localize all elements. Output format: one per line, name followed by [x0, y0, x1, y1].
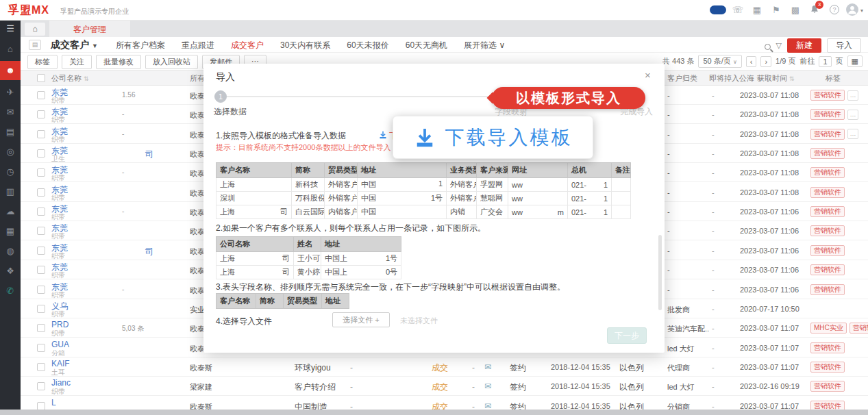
history-icon[interactable]: ◷ [0, 164, 21, 180]
row-checkbox[interactable] [37, 402, 45, 410]
example-col-header: 贸易类型 [284, 294, 322, 309]
expand-filters-button[interactable]: 展开筛选 ∨ [456, 40, 512, 51]
company-link-extra[interactable]: 司 [145, 246, 153, 257]
help-icon[interactable]: ? [830, 5, 839, 14]
company-link[interactable]: Jianc [51, 378, 71, 388]
filter-tab-5[interactable]: 60天未报价 [339, 40, 396, 51]
row-checkbox[interactable] [37, 130, 45, 138]
toolbar-button-4[interactable]: 放入回收站 [145, 55, 198, 69]
column-settings-icon[interactable]: ▦ [847, 55, 863, 67]
compass-icon[interactable]: ◎ [0, 144, 21, 160]
more-button[interactable]: … [847, 110, 858, 120]
example-row: 上海新科技外销客户1中国外销客户孚盟网ww1021- [216, 178, 631, 192]
row-checkbox[interactable] [37, 208, 45, 216]
import-button[interactable]: 导入 [827, 38, 861, 53]
tab-customer-management[interactable]: 客户管理 [49, 21, 130, 37]
close-icon[interactable]: × [645, 69, 651, 81]
home-tab[interactable]: ⌂ [25, 23, 45, 36]
row-checkbox[interactable] [37, 149, 45, 158]
download-template-button[interactable]: 下载导入模板 [393, 116, 593, 159]
ai-badge-icon[interactable] [710, 5, 726, 14]
reports-icon[interactable]: ◍ [0, 243, 21, 260]
next-page-button[interactable]: › [760, 56, 771, 67]
home-icon[interactable]: ⌂ [0, 41, 21, 58]
company-link[interactable]: GUA [51, 340, 69, 349]
sort-icon[interactable]: ⇅ [84, 75, 89, 82]
view-switch-icon[interactable]: ▤ [29, 40, 41, 50]
company-extra: 1.56 [122, 91, 135, 99]
next-step-button[interactable]: 下一步 [607, 327, 647, 344]
filter-icon[interactable]: ▽ [776, 41, 782, 50]
prev-page-button[interactable]: ‹ [746, 56, 757, 67]
support-icon[interactable]: ☏ [730, 5, 745, 16]
sea-cell: - [712, 188, 715, 197]
filter-tab-2[interactable]: 重点跟进 [174, 40, 222, 51]
mail-icon[interactable]: ✉ [484, 381, 491, 391]
mail-icon[interactable]: ✉ [484, 401, 491, 410]
filter-tab-1[interactable]: 所有客户档案 [108, 40, 173, 51]
cloud-icon[interactable]: ☁ [0, 203, 21, 220]
goto-page-input[interactable]: 1 [819, 56, 831, 67]
row-checkbox[interactable] [37, 188, 45, 197]
page-size-select[interactable]: 50 条/页 ∨ [698, 55, 741, 68]
row-checkbox[interactable] [37, 91, 45, 99]
choose-file-button[interactable]: 选择文件 + [332, 312, 390, 327]
more-button[interactable]: … [847, 129, 858, 139]
dialog-title: 导入 [216, 71, 235, 84]
menu-icon[interactable]: ☰ [0, 21, 21, 37]
calendar-icon[interactable]: ▦ [749, 5, 765, 16]
company-link[interactable]: L [51, 398, 56, 407]
tag-badge: 营销软件 [810, 245, 845, 256]
mail-icon[interactable]: ✉ [0, 104, 21, 121]
company-link[interactable]: KAIF [51, 359, 70, 368]
new-button[interactable]: 新建 [787, 38, 821, 53]
modal-scrollbar[interactable] [658, 235, 662, 310]
apps-icon[interactable]: ▦ [0, 223, 21, 240]
toolbar-button-3[interactable]: 批量修改 [96, 55, 141, 69]
row-checkbox[interactable] [37, 168, 45, 177]
company-extra: 5,03 条 [122, 324, 144, 334]
deal-time-cell: 2018-12-04 15:35 [551, 363, 610, 371]
orders-icon[interactable]: ▤ [0, 124, 21, 140]
chat-icon[interactable]: ❖ [0, 263, 21, 279]
row-checkbox[interactable] [37, 286, 45, 294]
row-checkbox[interactable] [37, 227, 45, 235]
search-icon[interactable] [765, 44, 771, 50]
row-checkbox[interactable] [37, 344, 45, 352]
bottom-scrollbar[interactable] [0, 410, 868, 415]
toolbar-button-2[interactable]: 关注 [62, 55, 92, 69]
company-extra: - [122, 286, 124, 293]
category-cell: led 大灯 [667, 344, 728, 354]
row-checkbox[interactable] [37, 266, 45, 274]
acquire-time-cell: 2023-03-07 11:08 [740, 168, 799, 177]
view-selector[interactable]: 成交客户 ▼ [51, 39, 98, 51]
row-checkbox[interactable] [37, 110, 45, 118]
sort-icon[interactable]: ⇅ [789, 75, 795, 82]
send-icon[interactable]: ✈ [0, 84, 21, 101]
company-link[interactable]: PRD [51, 320, 69, 329]
more-button[interactable]: … [847, 90, 858, 101]
avatar-caret-icon[interactable]: ▾ [860, 8, 863, 14]
acquire-time-cell: 2023-03-07 11:08 [740, 130, 799, 138]
toolbar-button-1[interactable]: 标签 [27, 55, 58, 69]
whatsapp-icon[interactable]: ✆ [0, 283, 21, 299]
row-checkbox[interactable] [37, 247, 45, 255]
filter-tab-6[interactable]: 60天无商机 [398, 40, 455, 51]
row-checkbox[interactable] [37, 324, 45, 332]
row-checkbox[interactable] [37, 382, 45, 390]
country-cell: 以色列 [619, 381, 644, 393]
select-all-checkbox[interactable] [37, 74, 45, 82]
row-checkbox[interactable] [37, 305, 45, 313]
mail-icon[interactable]: ✉ [484, 362, 491, 372]
products-icon[interactable]: ▥ [0, 184, 21, 200]
company-link-extra[interactable]: 司 [145, 149, 153, 160]
customers-icon[interactable]: ☻ [0, 61, 21, 80]
filter-tab-4[interactable]: 30天内有联系 [273, 40, 338, 51]
guide-icon[interactable]: ⚑ [769, 5, 784, 16]
avatar[interactable] [846, 3, 858, 16]
notification-badge: 3 [815, 1, 823, 9]
stage-cell: 签约 [510, 362, 526, 374]
filter-tab-3[interactable]: 成交客户 [223, 40, 271, 51]
apps-icon[interactable]: ▩ [788, 5, 803, 16]
row-checkbox[interactable] [37, 363, 45, 371]
